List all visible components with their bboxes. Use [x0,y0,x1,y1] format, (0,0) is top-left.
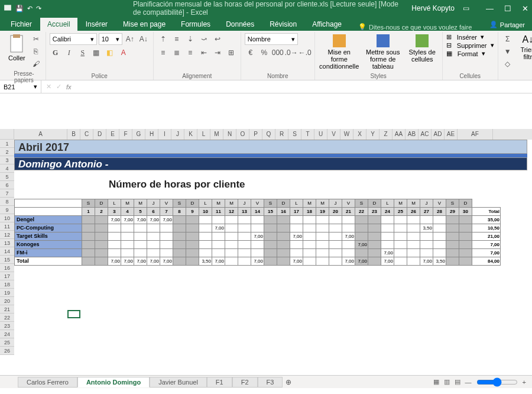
col-header[interactable]: Y [366,129,379,140]
col-header[interactable]: B [67,129,80,140]
row-headers[interactable]: 1234567891011121314151617181920212223242… [0,140,14,355]
font-color-icon[interactable]: A [118,47,129,59]
page-break-icon[interactable]: ▤ [455,378,460,386]
column-headers[interactable]: ABCDEFGHIJKLMNOPQRSTUVWXYZAAABACADAEAF [14,129,532,140]
comma-icon[interactable]: 000 [272,47,284,59]
align-right-icon[interactable]: ≡ [184,47,196,59]
percent-icon[interactable]: % [258,47,270,59]
grow-font-icon[interactable]: A↑ [124,33,136,45]
increase-decimal-icon[interactable]: .0→ [286,47,297,59]
cell-styles-button[interactable]: Styles de cellules [406,33,439,64]
maximize-button[interactable]: ☐ [504,4,511,13]
col-header[interactable]: A [14,129,67,140]
row-header[interactable]: 8 [0,198,14,206]
col-header[interactable]: V [327,129,340,140]
sort-filter-button[interactable]: A↓ZTrier et filtrer [516,33,532,62]
tab-review[interactable]: Révision [262,18,304,31]
col-header[interactable]: AB [406,129,419,140]
row-header[interactable]: 17 [0,272,14,280]
sheet-tab[interactable]: F2 [232,377,258,387]
col-header[interactable]: F [119,129,132,140]
conditional-format-button[interactable]: Mise en forme conditionnelle [319,33,360,71]
row-header[interactable]: 3 [0,156,14,164]
paste-button[interactable]: Coller [6,33,28,63]
row-header[interactable]: 12 [0,231,14,239]
font-name-select[interactable]: Calibri▾ [50,33,97,45]
col-header[interactable]: U [314,129,327,140]
orientation-icon[interactable]: ⤻ [198,33,210,45]
col-header[interactable]: Q [262,129,275,140]
col-header[interactable]: AF [458,129,493,140]
tell-me[interactable]: 💡Dites-nous ce que vous voulez faire [358,23,472,31]
tab-file[interactable]: Fichier [4,18,39,31]
format-table-button[interactable]: Mettre sous forme de tableau [362,33,404,71]
sheet-tab[interactable]: F3 [258,377,283,387]
sheet-tab[interactable]: F1 [207,377,232,387]
merge-icon[interactable]: ⊞ [225,47,237,59]
col-header[interactable]: D [93,129,106,140]
row-header[interactable]: 6 [0,181,14,189]
normal-view-icon[interactable]: ▦ [433,378,439,386]
col-header[interactable]: O [236,129,249,140]
enter-icon[interactable]: ✓ [56,83,61,91]
shrink-font-icon[interactable]: A↓ [138,33,150,45]
col-header[interactable]: Z [379,129,392,140]
row-header[interactable]: 26 [0,347,14,355]
cut-icon[interactable]: ✂ [30,33,42,45]
row-header[interactable]: 13 [0,239,14,247]
col-header[interactable]: H [145,129,158,140]
new-sheet-icon[interactable]: ⊕ [283,376,294,388]
save-icon[interactable]: 💾 [15,5,24,12]
col-header[interactable]: AD [432,129,445,140]
font-size-select[interactable]: 10▾ [99,33,122,45]
col-header[interactable]: M [210,129,223,140]
format-painter-icon[interactable]: 🖌 [30,58,42,70]
italic-button[interactable]: I [63,47,75,59]
insert-cells-button[interactable]: ⊞ Insérer ▾ [446,33,484,41]
zoom-slider[interactable] [476,377,518,387]
copy-icon[interactable]: ⎘ [30,46,42,57]
row-header[interactable]: 19 [0,289,14,297]
col-header[interactable]: W [340,129,353,140]
row-header[interactable]: 23 [0,322,14,330]
row-header[interactable]: 9 [0,206,14,214]
row-header[interactable]: 4 [0,164,14,173]
row-header[interactable]: 20 [0,297,14,305]
delete-cells-button[interactable]: ⊟ Supprimer ▾ [446,41,494,49]
col-header[interactable]: N [223,129,236,140]
tab-view[interactable]: Affichage [305,18,349,31]
row-header[interactable]: 7 [0,189,14,198]
row-header[interactable]: 18 [0,280,14,289]
number-format-select[interactable]: Nombre▾ [245,33,298,45]
col-header[interactable]: S [288,129,301,140]
col-header[interactable]: P [249,129,262,140]
row-header[interactable]: 2 [0,148,14,156]
row-header[interactable]: 15 [0,256,14,264]
col-header[interactable]: E [106,129,119,140]
share-button[interactable]: 👤Partager [482,18,532,31]
align-top-icon[interactable]: ⇡ [157,33,169,45]
col-header[interactable]: J [171,129,184,140]
row-header[interactable]: 24 [0,330,14,338]
borders-icon[interactable]: ▦ [90,47,102,59]
col-header[interactable]: X [353,129,366,140]
align-center-icon[interactable]: ≣ [171,47,183,59]
row-header[interactable]: 10 [0,214,14,222]
tab-formulas[interactable]: Formules [174,18,218,31]
cancel-icon[interactable]: ✕ [46,83,51,91]
ribbon-options-icon[interactable]: ▭ [463,4,469,12]
bold-button[interactable]: G [50,47,61,59]
indent-inc-icon[interactable]: ⇥ [212,47,223,59]
fill-color-icon[interactable]: ◧ [104,47,116,59]
decrease-decimal-icon[interactable]: ←.0 [299,47,311,59]
col-header[interactable]: I [158,129,171,140]
hours-table[interactable]: SDLMMJVSDLMMJVSDLMMJVSDLMMJVSD1234567891… [14,199,501,266]
close-button[interactable]: ✕ [522,4,528,13]
fill-icon[interactable]: ▼ [502,46,514,57]
page-layout-icon[interactable]: ▥ [444,378,450,386]
row-header[interactable]: 14 [0,247,14,256]
col-header[interactable]: L [197,129,210,140]
align-middle-icon[interactable]: ≡ [171,33,183,45]
row-header[interactable]: 25 [0,338,14,347]
select-all-corner[interactable] [0,129,14,140]
